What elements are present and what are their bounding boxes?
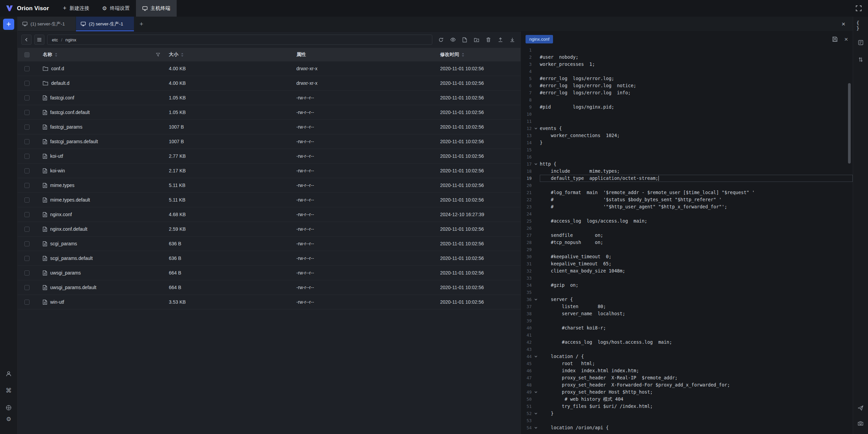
file-name[interactable]: fastcgi_params.default [50,139,98,144]
table-row[interactable]: fastcgi.conf1.05 KB-rw-r--r--2020-11-01 … [18,91,520,105]
editor-line[interactable]: 47 proxy_set_header X-Real-IP $remote_ad… [521,374,853,381]
editor-line[interactable]: 1 [521,46,853,54]
fold-chevron-icon[interactable] [532,426,540,430]
row-checkbox[interactable] [24,168,29,173]
editor-line[interactable]: 7#error_log logs/error.log info; [521,89,853,96]
editor-line[interactable]: 36 server { [521,296,853,303]
sort-mtime-icon[interactable] [461,53,465,57]
app-logo[interactable]: Orion Visor [0,5,56,12]
row-checkbox[interactable] [24,183,29,188]
file-name[interactable]: fastcgi_params [50,124,82,130]
save-icon[interactable] [832,37,837,42]
fold-chevron-icon[interactable] [532,298,540,301]
editor-line[interactable]: 8 [521,96,853,103]
theme-icon[interactable] [5,403,13,412]
editor-line[interactable]: 15 [521,146,853,153]
terminal-tab[interactable]: (2) server-生产-1 [76,17,134,31]
table-row[interactable]: fastcgi_params.default1007 B-rw-r--r--20… [18,134,520,149]
editor-line[interactable]: 54 location /orion/api { [521,424,853,431]
editor-line[interactable]: 28 #tcp_nopush on; [521,239,853,246]
editor-line[interactable]: 13 worker_connections 1024; [521,132,853,139]
editor-line[interactable]: 22 # '$status $body_bytes_sent "$http_re… [521,196,853,203]
editor-code[interactable]: 12#user nobody;3worker_processes 1;45#er… [521,46,853,434]
file-name[interactable]: fastcgi.conf [50,95,74,100]
row-checkbox[interactable] [24,81,29,86]
row-checkbox[interactable] [24,256,29,261]
editor-line[interactable]: 12events { [521,125,853,132]
editor-line[interactable]: 3worker_processes 1; [521,61,853,68]
file-name[interactable]: scgi_params.default [50,256,93,261]
editor-line[interactable]: 48 proxy_set_header X-Forwarded-For $pro… [521,381,853,389]
user-icon[interactable] [5,370,13,378]
editor-line[interactable]: 14} [521,139,853,146]
close-editor-icon[interactable]: × [844,36,848,42]
file-name[interactable]: koi-win [50,168,65,173]
fullscreen-icon[interactable] [849,5,868,11]
file-name[interactable]: nginx.conf [50,212,72,217]
snippet-icon[interactable] [856,38,865,46]
row-checkbox[interactable] [24,139,29,144]
file-name[interactable]: uwsgi_params [50,270,81,276]
row-checkbox[interactable] [24,241,29,246]
braces-icon[interactable]: { } [856,21,865,30]
table-row[interactable]: mime.types5.11 KB-rw-r--r--2020-11-01 10… [18,178,520,193]
refresh-icon[interactable] [436,35,446,45]
download-icon[interactable] [508,35,517,45]
sort-size-icon[interactable] [181,53,184,57]
row-checkbox[interactable] [24,66,29,71]
upload-icon[interactable] [496,35,505,45]
table-row[interactable]: uwsgi_params664 B-rw-r--r--2020-11-01 10… [18,266,520,280]
row-checkbox[interactable] [24,212,29,217]
table-row[interactable]: nginx.conf4.68 KB-rw-r--r--2024-12-10 16… [18,207,520,222]
editor-line[interactable]: 45 root html; [521,360,853,367]
table-row[interactable]: win-utf3.53 KB-rw-r--r--2020-11-01 10:02… [18,295,520,309]
file-name[interactable]: default.d [51,80,70,86]
editor-line[interactable]: 37 listen 80; [521,303,853,310]
keyboard-shortcut-icon[interactable]: ⌘ [5,386,13,395]
file-name[interactable]: mime.types [50,183,75,188]
table-row[interactable]: default.d4.00 KBdrwxr-xr-x2020-11-01 10:… [18,76,520,91]
editor-line[interactable]: 53 [521,417,853,424]
nav-terminal-settings[interactable]: ⚙ 终端设置 [96,0,136,17]
table-row[interactable]: uwsgi_params.default664 B-rw-r--r--2020-… [18,280,520,295]
editor-line[interactable]: 32 client_max_body_size 1048m; [521,267,853,275]
add-tab-button[interactable]: + [134,17,149,31]
column-mtime-label[interactable]: 修改时间 [440,52,459,58]
row-checkbox[interactable] [24,110,29,115]
editor-line[interactable]: 41 [521,332,853,339]
editor-line[interactable]: 51 try_files $uri $uri/ /index.html; [521,403,853,410]
breadcrumb-segment-etc[interactable]: etc [52,37,58,42]
file-name[interactable]: uwsgi_params.default [50,285,96,290]
editor-line[interactable]: 27 sendfile on; [521,232,853,239]
editor-line[interactable]: 19 default_type application/octet-stream… [521,175,853,182]
table-row[interactable]: koi-utf2.77 KB-rw-r--r--2020-11-01 10:02… [18,149,520,164]
column-size-label[interactable]: 大小 [169,52,178,58]
editor-line[interactable]: 30 #keepalive_timeout 0; [521,253,853,260]
back-button[interactable] [21,35,32,45]
editor-line[interactable]: 18 include mime.types; [521,168,853,175]
editor-line[interactable]: 21 #log_format main '$remote_addr - $rem… [521,189,853,196]
row-checkbox[interactable] [24,227,29,232]
table-row[interactable]: scgi_params.default636 B-rw-r--r--2020-1… [18,251,520,266]
send-icon[interactable] [856,404,865,412]
editor-line[interactable]: 16 [521,153,853,161]
table-row[interactable]: mime.types.default5.11 KB-rw-r--r--2020-… [18,193,520,207]
close-all-tabs-icon[interactable]: × [834,17,853,31]
screenshot-camera-icon[interactable] [856,419,865,427]
editor-line[interactable]: 43 [521,346,853,353]
editor-line[interactable]: 26 [521,225,853,232]
swap-sort-icon[interactable] [856,55,865,63]
file-name[interactable]: fastcgi.conf.default [50,110,90,115]
show-hidden-eye-icon[interactable] [448,35,457,45]
column-name-label[interactable]: 名称 [43,52,52,58]
editor-line[interactable]: 33 [521,275,853,282]
fold-chevron-icon[interactable] [532,162,540,166]
editor-line[interactable]: 2#user nobody; [521,54,853,61]
file-name[interactable]: scgi_params [50,241,77,246]
nav-host-terminal[interactable]: 主机终端 [136,0,177,17]
editor-line[interactable]: 44 location / { [521,353,853,360]
fold-chevron-icon[interactable] [532,390,540,394]
sort-name-icon[interactable] [55,53,58,57]
editor-line[interactable]: 34 #gzip on; [521,282,853,289]
editor-line[interactable]: 35 [521,289,853,296]
